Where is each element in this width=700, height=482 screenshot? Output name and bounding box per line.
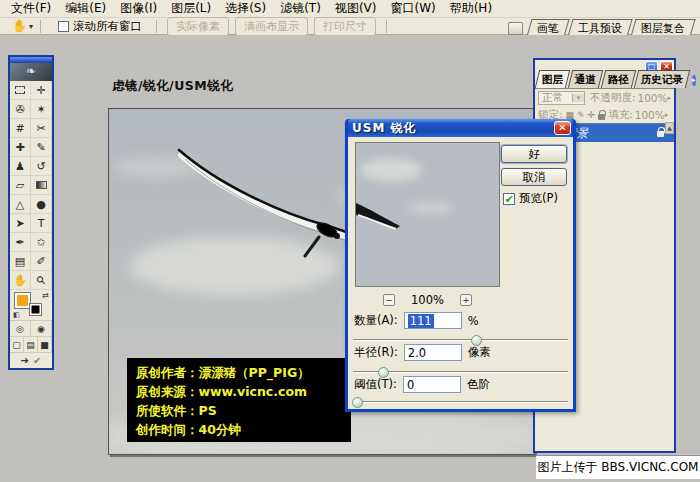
tool-shape[interactable]: ✩	[31, 233, 52, 252]
lock-pixels-icon[interactable]: ✎	[577, 110, 585, 120]
actual-pixels-button[interactable]: 实际像素	[167, 17, 229, 36]
tool-zoom[interactable]: ⚲	[31, 271, 52, 290]
hand-tool-icon: ✋	[12, 20, 27, 32]
standard-mode-button[interactable]: ◎	[10, 321, 31, 336]
upload-watermark-text: 图片上传于 BBS.VICNC.COM	[538, 459, 699, 476]
fill-label: 填充:	[608, 108, 633, 122]
close-icon[interactable]: ✕	[554, 121, 571, 135]
notes-icon: ▤	[15, 256, 25, 267]
tool-hand[interactable]: ✋	[10, 271, 31, 290]
separator	[40, 20, 41, 33]
opacity-arrow-icon[interactable]: ▸	[667, 94, 671, 102]
default-colors-icon[interactable]: ◧	[13, 311, 20, 319]
tool-marquee[interactable]	[10, 81, 31, 100]
fill-arrow-icon[interactable]: ▸	[665, 111, 669, 119]
tool-gradient[interactable]	[31, 176, 52, 195]
preview-checkbox[interactable]: ✔	[503, 193, 515, 205]
cancel-button[interactable]: 取消	[501, 168, 567, 186]
photoshop-feather-logo: ❧	[10, 63, 52, 81]
tool-notes[interactable]: ▤	[10, 252, 31, 271]
tab-paths[interactable]: 路径	[601, 70, 636, 88]
threshold-slider-thumb[interactable]	[352, 397, 363, 408]
tool-pen[interactable]: ✒	[10, 233, 31, 252]
threshold-input[interactable]: 0	[403, 376, 461, 393]
radius-input[interactable]: 2.0	[404, 344, 462, 361]
dialog-titlebar[interactable]: USM 锐化 ✕	[348, 119, 573, 137]
tool-palette: ❧ ✛ ✇ ✶ # ✂ ✚ ✎ ♟ ↺ ▱ △ ● ➤ T ✒ ✩ ▤ ✐ ✋ …	[8, 55, 54, 370]
menu-view[interactable]: 视图(V)	[328, 0, 384, 18]
preview-cloud	[408, 201, 452, 215]
standard-screen-button[interactable]: ▢	[10, 337, 24, 352]
credit-line: 所使软件：PS	[136, 401, 342, 420]
amount-input[interactable]: 111	[404, 312, 462, 329]
quick-mask-mode-button[interactable]: ◉	[31, 321, 52, 336]
fit-on-screen-button[interactable]: 满画布显示	[235, 17, 308, 36]
fill-value[interactable]: 100%	[635, 109, 665, 121]
scrollbar-up-arrow[interactable]: ▲	[665, 122, 674, 134]
tool-eraser[interactable]: ▱	[10, 176, 31, 195]
menu-layer[interactable]: 图层(L)	[164, 0, 218, 18]
panel-menu-icon[interactable]: ▸	[692, 75, 696, 86]
zoom-in-button[interactable]: +	[460, 294, 472, 306]
tool-brush[interactable]: ✎	[31, 138, 52, 157]
current-tool-picker[interactable]: ✋ ▾	[12, 20, 33, 32]
fullscreen-button[interactable]: ■	[38, 337, 52, 352]
lock-position-icon[interactable]: ✛	[588, 110, 596, 120]
tool-lasso[interactable]: ✇	[10, 100, 31, 119]
radius-suffix: 像素	[468, 345, 491, 360]
tab-history[interactable]: 历史记录	[634, 70, 690, 88]
radius-label: 半径(R):	[354, 345, 398, 360]
menu-filter[interactable]: 滤镜(T)	[273, 0, 328, 18]
zoom-level: 100%	[411, 293, 444, 307]
lock-all-icon[interactable]	[598, 114, 605, 120]
print-size-button[interactable]: 打印尺寸	[314, 17, 376, 36]
dialog-title: USM 锐化	[352, 120, 417, 137]
tool-dodge[interactable]: ●	[31, 195, 52, 214]
tool-eyedropper[interactable]: ✐	[31, 252, 52, 271]
tool-crop[interactable]: #	[10, 119, 31, 138]
opacity-value[interactable]: 100%	[637, 92, 667, 104]
blur-icon: △	[16, 199, 24, 210]
ok-button[interactable]: 好	[501, 145, 567, 163]
sharpen-preview[interactable]	[355, 142, 500, 287]
jump-to-imageready-button[interactable]: ➔ ✔	[10, 352, 52, 368]
pen-icon: ✒	[15, 237, 24, 248]
layers-panel-tabs: 图层 通道 路径 历史记录 ▸	[535, 73, 674, 89]
threshold-suffix: 色阶	[467, 377, 490, 392]
tool-magic-wand[interactable]: ✶	[31, 100, 52, 119]
menu-file[interactable]: 文件(F)	[4, 0, 58, 18]
color-swatches: ⇄ ◧	[10, 290, 52, 320]
preview-checkbox-label: 预览(P)	[519, 191, 558, 206]
eraser-icon: ▱	[16, 180, 24, 191]
tool-healing-brush[interactable]: ✚	[10, 138, 31, 157]
menu-edit[interactable]: 编辑(E)	[58, 0, 113, 18]
tool-clone-stamp[interactable]: ♟	[10, 157, 31, 176]
menu-select[interactable]: 选择(S)	[218, 0, 273, 18]
tool-move[interactable]: ✛	[31, 81, 52, 100]
background-color-swatch[interactable]	[29, 303, 42, 316]
menu-image[interactable]: 图像(I)	[113, 0, 164, 18]
tab-channels[interactable]: 通道	[568, 70, 603, 88]
fullscreen-menubar-button[interactable]: ▤	[24, 337, 38, 352]
tab-layers[interactable]: 图层	[535, 70, 570, 88]
layer-locked-icon	[657, 126, 664, 140]
tool-slice[interactable]: ✂	[31, 119, 52, 138]
swap-colors-icon[interactable]: ⇄	[42, 291, 49, 300]
zoom-out-button[interactable]: −	[383, 294, 395, 306]
threshold-slider[interactable]	[353, 396, 568, 408]
tutorial-note-text: 虑镜/锐化/USM锐化	[112, 78, 233, 95]
healing-brush-icon: ✚	[15, 142, 24, 153]
menu-window[interactable]: 窗口(W)	[383, 0, 442, 18]
hand-icon: ✋	[13, 275, 27, 286]
jump-arrow-icon: ➔	[21, 355, 29, 366]
menu-help[interactable]: 帮助(H)	[443, 0, 499, 18]
tool-type[interactable]: T	[31, 214, 52, 233]
tool-history-brush[interactable]: ↺	[31, 157, 52, 176]
tool-blur[interactable]: △	[10, 195, 31, 214]
tool-path-select[interactable]: ➤	[10, 214, 31, 233]
lock-transparency-icon[interactable]: ▦	[566, 110, 575, 120]
preview-cloud	[360, 159, 422, 181]
scroll-all-windows-checkbox[interactable]	[58, 21, 69, 32]
options-bar: ✋ ▾ 滚动所有窗口 实际像素 满画布显示 打印尺寸 画笔 工具预设 图层复合	[0, 18, 700, 35]
blend-mode-select[interactable]: 正常▾	[538, 91, 585, 105]
